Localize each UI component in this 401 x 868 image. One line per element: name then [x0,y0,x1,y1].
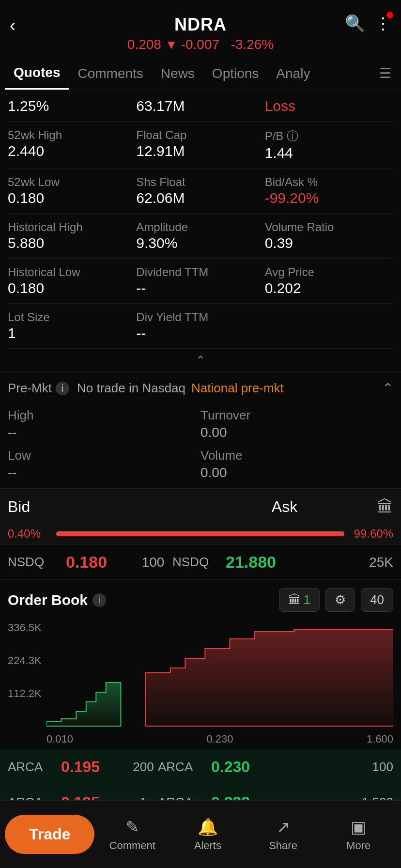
stat-cell-1-1: Float Cap 12.91M [136,128,264,161]
premarket-turnover: Turnover 0.00 [200,408,393,440]
stat-cell-1-0: 52wk High 2.440 [8,128,136,161]
nav-comment[interactable]: ✎ Comment [94,812,170,857]
bid-ask-fill [56,531,344,536]
ask-percentage: 99.60% [350,527,393,541]
price-change: -0.007 [181,37,219,52]
chart-x-label-2: 1.600 [367,733,393,745]
alerts-icon: 🔔 [198,817,218,837]
tab-analysis[interactable]: Analy [267,58,319,89]
trade-button[interactable]: Trade [5,815,94,854]
ask-price-0: 21.880 [226,553,303,572]
stat-label-3-2: Volume Ratio [265,220,393,234]
order-book-svg [46,624,393,731]
bid-ask-header: Bid Ask 🏛 [0,488,401,525]
stat-val-1-1: 12.91M [136,143,264,159]
order-book-info-icon[interactable]: i [93,593,106,607]
nav-share-label: Share [269,839,297,852]
premarket-volume-label: Volume [200,448,393,463]
tab-options[interactable]: Options [203,58,268,89]
back-button[interactable]: ‹ [10,16,15,36]
stat-cell-5-2 [265,310,393,341]
stat-label-4-2: Avg Price [265,265,393,279]
stat-cell-4-2: Avg Price 0.202 [265,265,393,296]
collapse-arrow[interactable]: ⌃ [0,349,401,372]
stat-val-5-0: 1 [8,325,136,341]
bank-small-icon: 🏛 [288,592,301,607]
bottom-nav: Trade ✎ Comment 🔔 Alerts ↗ Share ▣ More [0,800,401,868]
header: ‹ NDRA 0.208 ▼ -0.007 -3.26% 🔍 ⋮ [0,0,401,57]
premarket-info-icon[interactable]: i [56,382,69,395]
chart-svg-area [46,624,393,731]
stat-val-2-2: -99.20% [265,190,393,206]
ob-bid-price-0: 0.195 [61,758,129,776]
ask-label: Ask [192,498,377,516]
ob-filter-btn[interactable]: ⚙ [325,588,355,612]
header-icons: 🔍 ⋮ [345,14,391,33]
chart-y-labels: 336.5K 224.3K 112.2K [8,621,42,700]
stat-val-3-2: 0.39 [265,235,393,251]
nav-more[interactable]: ▣ More [321,812,396,857]
stat-label-5-0: Lot Size [8,310,136,324]
tab-comments[interactable]: Comments [69,58,152,89]
stat-label-1-1: Float Cap [136,128,264,142]
stock-title: NDRA [10,15,391,35]
chart-y-label-1: 224.3K [8,654,42,667]
stat-cell-1-2: P/B ⓘ 1.44 [265,128,393,161]
chart-x-label-0: 0.010 [46,733,73,745]
stat-val-0-1: 63.17M [136,98,264,114]
stat-cell-4-0: Historical Low 0.180 [8,265,136,296]
chart-y-label-2: 112.2K [8,687,42,700]
tab-more-icon[interactable]: ☰ [374,58,396,89]
price-change-pct: -3.26% [231,37,274,52]
stats-section: 1.25% 63.17M Loss 52wk High 2.440 Float … [0,90,401,349]
premarket-high-value: -- [8,425,200,440]
stat-cell-2-0: 52wk Low 0.180 [8,175,136,206]
bid-percentage: 0.40% [8,527,51,541]
stock-price-bar: 0.208 ▼ -0.007 -3.26% [10,37,391,52]
premarket-low-label: Low [8,448,200,463]
ob-bank-count: 1 [304,592,310,607]
ob-row-0: ARCA 0.195 200 ARCA 0.230 100 [0,749,401,785]
bid-qty-0: 100 [134,555,172,570]
stats-row-1: 52wk High 2.440 Float Cap 12.91M P/B ⓘ 1… [8,122,393,169]
stat-label-5-1: Div Yield TTM [136,310,264,324]
ob-ask-price-0: 0.230 [211,758,279,776]
premarket-stats-2: Low -- Volume 0.00 [0,448,401,488]
premarket-national: National pre-mkt [191,381,284,396]
stat-label-2-2: Bid/Ask % [265,175,393,189]
stat-cell-0-1: 63.17M [136,97,264,114]
stat-label-2-1: Shs Float [136,175,264,189]
ask-qty-0: 25K [303,555,393,570]
bid-ask-row-0: NSDQ 0.180 100 NSDQ 21.880 25K [0,544,401,579]
stat-cell-2-2: Bid/Ask % -99.20% [265,175,393,206]
stat-label-2-0: 52wk Low [8,175,136,189]
nav-alerts-label: Alerts [194,839,221,852]
bid-ask-bar: 0.40% 99.60% [0,525,401,544]
premarket-low-value: -- [8,465,200,480]
bid-exchange-0: NSDQ [8,555,66,570]
stat-cell-0-2: Loss [265,97,393,114]
down-arrow-icon: ▼ [165,37,181,52]
stat-label-3-1: Amplitude [136,220,264,234]
ob-bank-btn[interactable]: 🏛 1 [279,588,320,612]
premarket-chevron-icon[interactable]: ⌃ [382,380,393,396]
ob-num-btn[interactable]: 40 [361,588,393,612]
premarket-high: High -- [8,408,200,440]
stat-val-4-1: -- [136,280,264,296]
stat-val-5-1: -- [136,325,264,341]
messages-icon-wrap: ⋮ [375,14,391,33]
tab-news[interactable]: News [152,58,203,89]
order-book-header: Order Book i 🏛 1 ⚙ 40 [0,579,401,617]
tab-quotes[interactable]: Quotes [5,57,69,90]
stats-row-0: 1.25% 63.17M Loss [8,90,393,122]
nav-share[interactable]: ↗ Share [246,812,321,857]
order-book-controls: 🏛 1 ⚙ 40 [279,588,393,612]
chart-x-labels: 0.010 0.230 1.600 [46,731,393,749]
search-icon[interactable]: 🔍 [345,14,365,33]
ob-bid-qty-0: 200 [129,760,158,775]
bid-ask-progress-bar [56,531,345,536]
ob-ask-exchange-0: ARCA [158,760,211,775]
stat-label-1-2: P/B ⓘ [265,128,393,144]
nav-alerts[interactable]: 🔔 Alerts [170,812,246,857]
bid-label: Bid [8,498,192,516]
